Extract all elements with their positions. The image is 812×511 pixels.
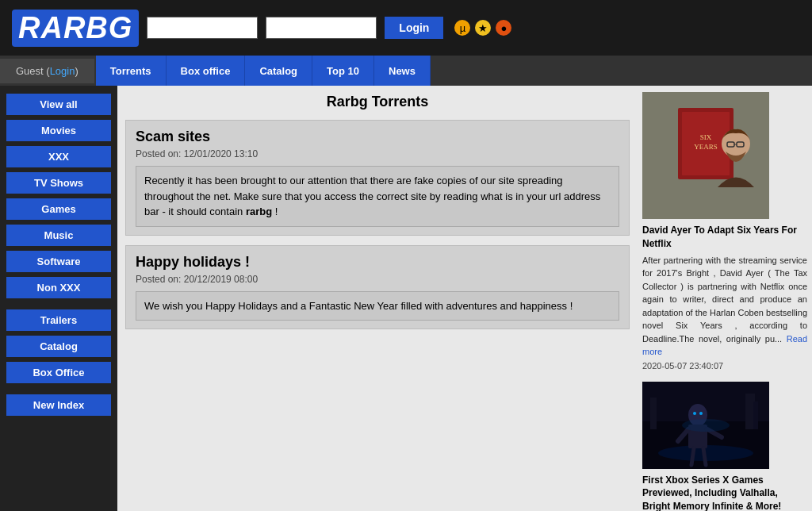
right-column: SIX YEARS David Ayer To Adapt Six Years … (638, 86, 812, 511)
news-post-scam: Scam sites Posted on: 12/01/2020 13:10 R… (125, 120, 630, 236)
post-date-1: Posted on: 12/01/2020 13:10 (136, 148, 619, 159)
post-title-1: Scam sites (136, 129, 619, 145)
article-body-1: After partnering with the streaming serv… (642, 254, 807, 359)
sidebar-item-tvshows[interactable]: TV Shows (6, 172, 111, 194)
tab-box-office[interactable]: Box office (167, 56, 246, 86)
article-card-1: SIX YEARS David Ayer To Adapt Six Years … (642, 92, 807, 371)
svg-point-19 (699, 412, 703, 415)
sidebar-item-catalog[interactable]: Catalog (6, 336, 111, 357)
star-icon: ★ (475, 20, 491, 36)
sidebar-item-trailers[interactable]: Trailers (6, 309, 111, 331)
tab-catalog[interactable]: Catalog (245, 56, 312, 86)
svg-rect-22 (753, 402, 758, 429)
svg-text:YEARS: YEARS (694, 143, 718, 151)
news-post-holidays: Happy holidays ! Posted on: 20/12/2019 0… (125, 245, 630, 330)
sidebar: View all Movies XXX TV Shows Games Music… (0, 86, 117, 511)
sidebar-item-games[interactable]: Games (6, 198, 111, 220)
article-title-2: First Xbox Series X Games Previewed, Inc… (642, 474, 807, 511)
search-input-1[interactable] (147, 17, 258, 39)
post-body-2: We wish you Happy Holidays and a Fantast… (136, 291, 619, 321)
search-input-2[interactable] (266, 17, 377, 39)
content-wrapper: View all Movies XXX TV Shows Games Music… (0, 86, 812, 511)
sidebar-item-boxoffice[interactable]: Box Office (6, 362, 111, 383)
article-date-1: 2020-05-07 23:40:07 (642, 361, 807, 371)
login-button[interactable]: Login (385, 17, 443, 39)
read-more-link-1[interactable]: Read more (642, 334, 807, 357)
sidebar-item-xxx[interactable]: XXX (6, 146, 111, 167)
sidebar-item-movies[interactable]: Movies (6, 120, 111, 141)
header-icons: µ ★ ● (454, 20, 511, 36)
sidebar-item-music[interactable]: Music (6, 225, 111, 246)
guest-tab: Guest (Login) (0, 59, 94, 83)
post-body-1: Recently it has been brought to our atte… (136, 166, 619, 227)
article-image-1: SIX YEARS (642, 92, 769, 219)
main-content: Rarbg Torrents Scam sites Posted on: 12/… (117, 86, 638, 511)
header: RARBG Login µ ★ ● (0, 0, 812, 56)
article-card-2: First Xbox Series X Games Previewed, Inc… (642, 382, 807, 511)
sidebar-item-newindex[interactable]: New Index (6, 394, 111, 416)
tab-top10[interactable]: Top 10 (312, 56, 374, 86)
svg-line-16 (691, 448, 694, 465)
article-title-1: David Ayer To Adapt Six Years For Netfli… (642, 224, 807, 251)
post-title-2: Happy holidays ! (136, 254, 619, 271)
svg-text:SIX: SIX (700, 133, 712, 141)
article-image-2 (642, 382, 769, 469)
page-title: Rarbg Torrents (125, 94, 630, 110)
sidebar-item-view-all[interactable]: View all (6, 94, 111, 115)
navbar: Guest (Login) Torrents Box office Catalo… (0, 56, 812, 86)
sidebar-item-nonxxx[interactable]: Non XXX (6, 277, 111, 298)
tab-news[interactable]: News (374, 56, 431, 86)
svg-line-17 (703, 448, 706, 465)
post-date-2: Posted on: 20/12/2019 08:00 (136, 274, 619, 285)
utweb-icon: µ (454, 20, 470, 36)
svg-point-18 (693, 412, 696, 415)
logo: RARBG (12, 10, 139, 47)
svg-point-23 (682, 419, 730, 432)
login-link[interactable]: Login (50, 65, 75, 77)
sidebar-item-software[interactable]: Software (6, 251, 111, 272)
tab-torrents[interactable]: Torrents (96, 56, 167, 86)
fire-icon: ● (496, 20, 511, 36)
svg-rect-20 (650, 398, 657, 429)
